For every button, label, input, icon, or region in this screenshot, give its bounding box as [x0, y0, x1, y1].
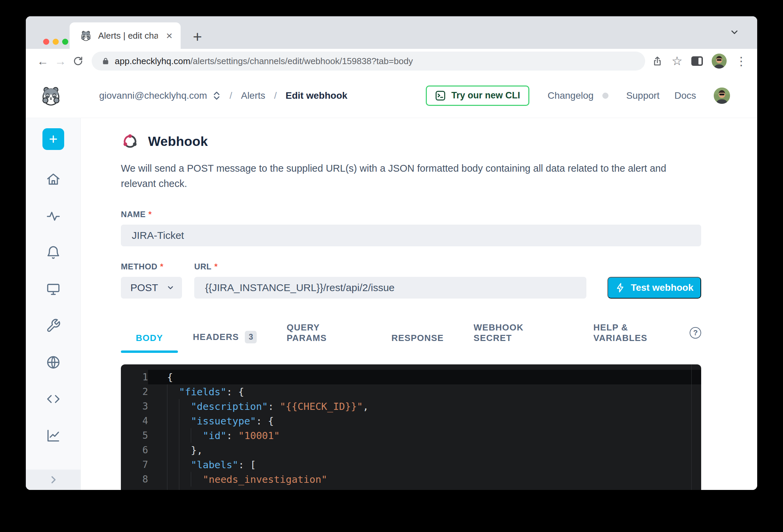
- code-line-content[interactable]: "description": "{{CHECK_ID}}",: [148, 399, 701, 414]
- browser-tab[interactable]: Alerts | edit channel ×: [70, 22, 181, 49]
- tab-list-chevron-icon[interactable]: [729, 27, 740, 37]
- indent-guide: [179, 443, 191, 457]
- help-and-variables-link[interactable]: HELP & VARIABLES?: [594, 322, 701, 353]
- code-line-8: 8"needs_investigation": [121, 472, 701, 487]
- code-token: "issuetype": [191, 415, 256, 427]
- url-column: URL* {{JIRA_INSTANCE_URL}}/rest/api/2/is…: [194, 262, 586, 299]
- sidebar-item-analytics[interactable]: [42, 417, 64, 454]
- code-line-5: 5"id": "10001": [121, 428, 701, 443]
- code-token: {: [238, 386, 244, 398]
- nav-link-docs[interactable]: Docs: [674, 90, 696, 101]
- sidebar-item-checks[interactable]: [42, 197, 64, 234]
- code-token: {: [268, 415, 274, 427]
- name-input[interactable]: JIRA-Ticket: [121, 225, 701, 246]
- address-bar[interactable]: app.checklyhq.com/alerts/settings/channe…: [92, 52, 645, 71]
- new-tab-button[interactable]: +: [193, 29, 202, 44]
- code-editor[interactable]: 1{2"fields": {3"description": "{{CHECK_I…: [121, 364, 701, 490]
- indent-guide: [179, 399, 191, 414]
- help-link-label: HELP & VARIABLES: [594, 322, 684, 343]
- browser-window: Alerts | edit channel × + ← → app.checkl…: [26, 16, 757, 490]
- tab-label: QUERY PARAMS: [287, 322, 362, 343]
- header-actions: Try our new CLI ChangelogSupportDocs: [426, 86, 730, 106]
- home-icon: [46, 172, 61, 187]
- app-body: Webhook We will send a POST message to t…: [26, 118, 757, 490]
- code-token: :: [226, 430, 238, 441]
- code-token: :: [256, 415, 268, 427]
- tab-title: Alerts | edit channel: [98, 31, 158, 41]
- sidebar-item-maintenance-windows[interactable]: [42, 307, 64, 344]
- account-switcher[interactable]: giovanni@checklyhq.com: [99, 90, 207, 101]
- code-line-content[interactable]: "needs_investigation": [148, 472, 701, 487]
- zoom-window-button[interactable]: [62, 39, 68, 45]
- code-line-content[interactable]: },: [148, 443, 701, 457]
- line-number: 7: [121, 457, 148, 472]
- back-icon[interactable]: ←: [34, 52, 52, 70]
- bell-icon: [46, 245, 61, 260]
- changelog-notification-dot: [602, 93, 608, 99]
- code-line-2: 2"fields": {: [121, 384, 701, 399]
- sidebar-item-monitors[interactable]: [42, 271, 64, 307]
- sidebar-item-snippets[interactable]: [42, 381, 64, 417]
- code-token: [: [250, 459, 256, 471]
- code-line-content[interactable]: "issuetype": {: [148, 414, 701, 428]
- test-webhook-button[interactable]: Test webhook: [607, 277, 701, 299]
- page-title: Webhook: [148, 134, 208, 149]
- tab-close-icon[interactable]: ×: [165, 30, 174, 41]
- create-button[interactable]: [42, 128, 64, 150]
- tab-webhook-secret[interactable]: WEBHOOK SECRET: [474, 322, 564, 353]
- sidebar-item-private-locations[interactable]: [42, 344, 64, 381]
- account-switcher-chevrons-icon[interactable]: [213, 90, 221, 101]
- code-token: {: [167, 372, 173, 383]
- url-domain: app.checklyhq.com: [115, 56, 190, 66]
- line-number: 2: [121, 384, 148, 399]
- browser-toolbar: ← → app.checklyhq.com/alerts/settings/ch…: [26, 49, 757, 73]
- lock-icon: [101, 57, 110, 65]
- indent-guide: [179, 414, 191, 428]
- minimize-window-button[interactable]: [53, 39, 59, 45]
- browser-menu-icon[interactable]: ⋮: [735, 55, 747, 67]
- question-mark-icon: ?: [690, 327, 701, 339]
- tab-query-params[interactable]: QUERY PARAMS: [287, 322, 362, 353]
- close-window-button[interactable]: [43, 39, 49, 45]
- bookmark-star-icon[interactable]: ☆: [672, 54, 682, 68]
- sidebar-expand-button[interactable]: [26, 470, 80, 490]
- tab-label: BODY: [136, 333, 163, 343]
- checkly-logo[interactable]: [41, 86, 61, 106]
- sidebar-item-alerts[interactable]: [42, 234, 64, 271]
- side-panel-icon[interactable]: [691, 56, 703, 66]
- reload-icon[interactable]: [69, 52, 87, 70]
- wrench-icon: [46, 318, 61, 333]
- code-line-content[interactable]: "fields": {: [148, 384, 701, 399]
- sidebar: [26, 118, 81, 490]
- browser-profile-avatar[interactable]: [712, 54, 727, 69]
- tab-label: RESPONSE: [392, 333, 444, 343]
- nav-link-support[interactable]: Support: [626, 90, 659, 101]
- url-label: URL*: [194, 262, 586, 271]
- headers-count-badge: 3: [245, 331, 257, 343]
- breadcrumb-separator: /: [230, 90, 232, 101]
- line-number: 5: [121, 428, 148, 443]
- code-icon: [46, 392, 61, 406]
- nav-link-changelog[interactable]: Changelog: [548, 90, 594, 101]
- forward-icon[interactable]: →: [52, 52, 69, 70]
- user-avatar[interactable]: [714, 88, 730, 104]
- app-header: giovanni@checklyhq.com / Alerts / Edit w…: [26, 73, 757, 118]
- method-label: METHOD*: [121, 262, 182, 271]
- breadcrumb-alerts-link[interactable]: Alerts: [241, 90, 266, 101]
- line-number: 8: [121, 472, 148, 487]
- chart-icon: [46, 428, 61, 443]
- code-token: "id": [203, 430, 226, 441]
- code-line-content[interactable]: "id": "10001": [148, 428, 701, 443]
- url-input[interactable]: {{JIRA_INSTANCE_URL}}/rest/api/2/issue: [194, 277, 586, 299]
- code-line-content[interactable]: "labels": [: [148, 457, 701, 472]
- tab-response[interactable]: RESPONSE: [392, 333, 444, 353]
- share-icon[interactable]: [652, 56, 663, 66]
- tab-body[interactable]: BODY: [121, 333, 178, 353]
- sidebar-item-home[interactable]: [42, 161, 64, 197]
- try-cli-button[interactable]: Try our new CLI: [426, 86, 529, 106]
- method-select[interactable]: POST: [121, 277, 182, 299]
- code-line-content[interactable]: ],: [148, 487, 701, 490]
- code-line-content[interactable]: {: [148, 370, 701, 384]
- traffic-lights: [43, 39, 68, 45]
- tab-headers[interactable]: HEADERS3: [193, 331, 257, 353]
